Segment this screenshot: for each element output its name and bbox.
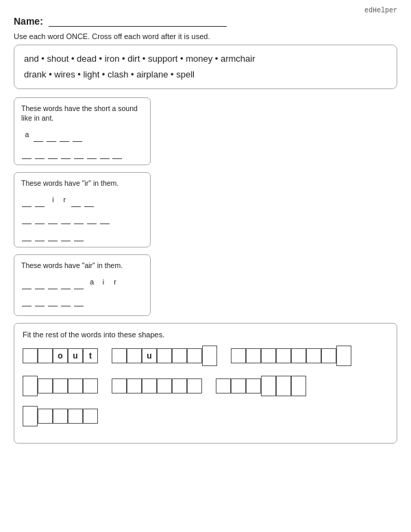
blank[interactable] [35,215,45,224]
blank[interactable] [74,232,84,241]
shape-armchair [231,346,351,366]
cell [216,378,231,394]
cell: u [142,348,157,363]
name-underline[interactable] [49,26,227,27]
letter-a2: a [86,275,96,289]
blank[interactable] [74,297,84,306]
blank[interactable] [48,280,58,289]
blank[interactable] [35,197,45,207]
blank[interactable] [22,149,32,159]
cell-tall [23,376,38,396]
shape-shout: o u t [23,348,98,363]
section-ir: These words have "ir" in them. i r [14,172,151,247]
letter-a: a [21,128,31,142]
section-short-a-desc: These words have the short a sound like … [21,104,143,123]
blank[interactable] [61,280,71,289]
shape-clash [112,378,202,394]
blank[interactable] [60,132,69,142]
blank[interactable] [35,280,45,289]
cell [157,348,172,363]
instructions-text: Use each word ONCE. Cross off each word … [14,32,397,40]
blank[interactable] [22,197,32,207]
section-air-answer1: a i r [21,275,143,289]
shapes-row-1: o u t u [23,346,388,366]
shape-drank [23,406,98,426]
cell [23,348,38,363]
section-ir-answer2 [21,210,143,224]
cell: o [53,348,68,363]
cell [306,348,321,363]
blank[interactable] [61,149,71,159]
cell-tall [336,346,351,366]
shape-dead [23,376,98,396]
blank[interactable] [47,132,56,142]
section-short-a-answer1: a [21,128,143,142]
cell [68,378,83,394]
blank[interactable] [61,232,71,241]
blank[interactable] [74,215,84,224]
blank[interactable] [61,215,71,224]
blank[interactable] [112,149,122,159]
blank[interactable] [48,149,58,159]
blank[interactable] [100,149,110,159]
cell-tall [202,346,217,366]
blank[interactable] [48,215,58,224]
word-list-box: and • shout • dead • iron • dirt • suppo… [14,45,397,89]
cell: t [83,348,98,363]
cell-tall [291,376,306,396]
blank[interactable] [35,232,45,241]
cell-tall [23,406,38,426]
blank[interactable] [22,232,32,241]
section-air-answer2 [21,292,143,306]
cell [246,348,261,363]
cell [231,378,246,394]
cell [276,348,291,363]
cell [187,378,202,394]
word-list-line1: and • shout • dead • iron • dirt • suppo… [24,51,387,66]
cell [127,378,142,394]
blank[interactable] [73,132,82,142]
cell [112,378,127,394]
blank[interactable] [22,280,32,289]
shape-support: u [112,346,217,366]
blank[interactable] [48,232,58,241]
section-air-desc: These words have "air" in them. [21,261,143,271]
blank[interactable] [87,149,97,159]
cell: u [68,348,83,363]
name-field: Name: [14,16,397,27]
blank[interactable] [61,297,71,306]
blank[interactable] [35,297,45,306]
blank[interactable] [84,197,94,207]
blank[interactable] [22,297,32,306]
cell-tall [276,376,291,396]
letter-r: r [59,193,68,207]
blank[interactable] [48,297,58,306]
blank[interactable] [35,149,45,159]
blank[interactable] [71,197,81,207]
letter-r2: r [109,275,119,289]
site-label: edHelper [14,7,397,14]
blank[interactable] [22,215,32,224]
blank[interactable] [100,215,110,224]
section-short-a: These words have the short a sound like … [14,97,151,165]
shapes-row-2 [23,376,388,396]
blank[interactable] [74,280,84,289]
cell [38,378,53,394]
shapes-row-3 [23,406,388,426]
section-ir-answer1: i r [21,193,143,207]
cell [68,409,83,424]
letter-i2: i [98,275,108,289]
cell [38,409,53,424]
blank[interactable] [74,149,84,159]
cell [112,348,127,363]
cell [187,348,202,363]
cell [246,378,261,394]
cell [83,409,98,424]
blank[interactable] [34,132,43,142]
cell-tall [261,376,276,396]
cell [127,348,142,363]
section-short-a-answer2 [21,145,143,159]
blank[interactable] [87,215,97,224]
word-list-line2: drank • wires • light • clash • airplane… [24,66,387,82]
letter-i: i [47,193,57,207]
